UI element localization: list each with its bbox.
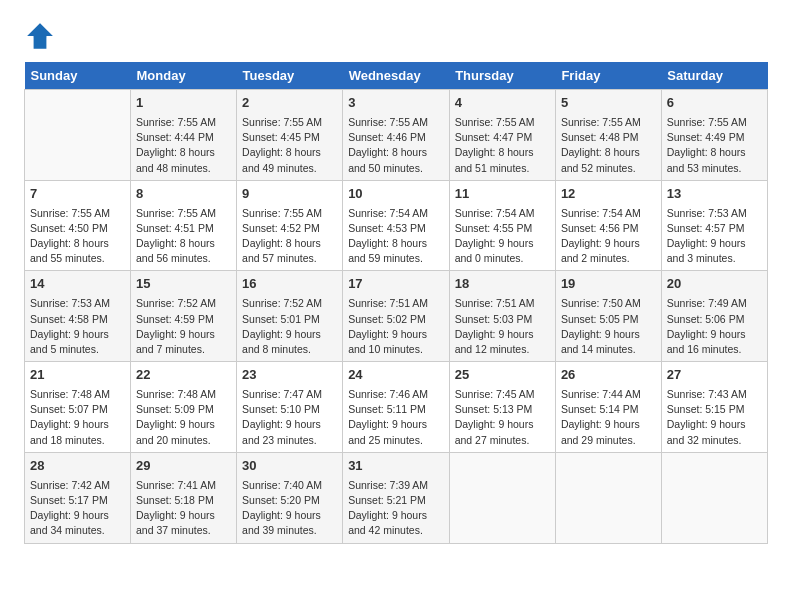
day-header-tuesday: Tuesday	[237, 62, 343, 90]
day-number: 1	[136, 94, 231, 113]
day-number: 23	[242, 366, 337, 385]
day-info: Sunrise: 7:50 AM Sunset: 5:05 PM Dayligh…	[561, 296, 656, 357]
day-number: 13	[667, 185, 762, 204]
day-number: 29	[136, 457, 231, 476]
day-info: Sunrise: 7:55 AM Sunset: 4:48 PM Dayligh…	[561, 115, 656, 176]
day-number: 15	[136, 275, 231, 294]
day-number: 4	[455, 94, 550, 113]
day-number: 6	[667, 94, 762, 113]
day-number: 7	[30, 185, 125, 204]
calendar-cell: 23Sunrise: 7:47 AM Sunset: 5:10 PM Dayli…	[237, 362, 343, 453]
header-row: SundayMondayTuesdayWednesdayThursdayFrid…	[25, 62, 768, 90]
day-number: 17	[348, 275, 444, 294]
day-header-sunday: Sunday	[25, 62, 131, 90]
calendar-cell: 12Sunrise: 7:54 AM Sunset: 4:56 PM Dayli…	[555, 180, 661, 271]
day-info: Sunrise: 7:55 AM Sunset: 4:52 PM Dayligh…	[242, 206, 337, 267]
calendar-cell: 9Sunrise: 7:55 AM Sunset: 4:52 PM Daylig…	[237, 180, 343, 271]
day-number: 28	[30, 457, 125, 476]
calendar-table: SundayMondayTuesdayWednesdayThursdayFrid…	[24, 62, 768, 544]
day-info: Sunrise: 7:48 AM Sunset: 5:09 PM Dayligh…	[136, 387, 231, 448]
day-number: 5	[561, 94, 656, 113]
week-row-4: 21Sunrise: 7:48 AM Sunset: 5:07 PM Dayli…	[25, 362, 768, 453]
calendar-cell: 6Sunrise: 7:55 AM Sunset: 4:49 PM Daylig…	[661, 90, 767, 181]
day-info: Sunrise: 7:55 AM Sunset: 4:47 PM Dayligh…	[455, 115, 550, 176]
day-info: Sunrise: 7:52 AM Sunset: 5:01 PM Dayligh…	[242, 296, 337, 357]
day-number: 27	[667, 366, 762, 385]
calendar-cell: 20Sunrise: 7:49 AM Sunset: 5:06 PM Dayli…	[661, 271, 767, 362]
calendar-cell: 28Sunrise: 7:42 AM Sunset: 5:17 PM Dayli…	[25, 452, 131, 543]
day-number: 20	[667, 275, 762, 294]
day-info: Sunrise: 7:49 AM Sunset: 5:06 PM Dayligh…	[667, 296, 762, 357]
calendar-cell: 30Sunrise: 7:40 AM Sunset: 5:20 PM Dayli…	[237, 452, 343, 543]
day-info: Sunrise: 7:51 AM Sunset: 5:02 PM Dayligh…	[348, 296, 444, 357]
day-info: Sunrise: 7:39 AM Sunset: 5:21 PM Dayligh…	[348, 478, 444, 539]
day-info: Sunrise: 7:55 AM Sunset: 4:44 PM Dayligh…	[136, 115, 231, 176]
calendar-cell	[661, 452, 767, 543]
day-info: Sunrise: 7:52 AM Sunset: 4:59 PM Dayligh…	[136, 296, 231, 357]
day-info: Sunrise: 7:55 AM Sunset: 4:46 PM Dayligh…	[348, 115, 444, 176]
day-info: Sunrise: 7:55 AM Sunset: 4:45 PM Dayligh…	[242, 115, 337, 176]
page-header	[24, 20, 768, 52]
day-number: 26	[561, 366, 656, 385]
day-info: Sunrise: 7:43 AM Sunset: 5:15 PM Dayligh…	[667, 387, 762, 448]
day-number: 22	[136, 366, 231, 385]
day-info: Sunrise: 7:54 AM Sunset: 4:53 PM Dayligh…	[348, 206, 444, 267]
day-number: 21	[30, 366, 125, 385]
calendar-cell: 25Sunrise: 7:45 AM Sunset: 5:13 PM Dayli…	[449, 362, 555, 453]
day-info: Sunrise: 7:55 AM Sunset: 4:51 PM Dayligh…	[136, 206, 231, 267]
day-info: Sunrise: 7:55 AM Sunset: 4:50 PM Dayligh…	[30, 206, 125, 267]
calendar-cell: 16Sunrise: 7:52 AM Sunset: 5:01 PM Dayli…	[237, 271, 343, 362]
calendar-cell: 13Sunrise: 7:53 AM Sunset: 4:57 PM Dayli…	[661, 180, 767, 271]
calendar-cell: 18Sunrise: 7:51 AM Sunset: 5:03 PM Dayli…	[449, 271, 555, 362]
calendar-cell: 26Sunrise: 7:44 AM Sunset: 5:14 PM Dayli…	[555, 362, 661, 453]
calendar-cell: 3Sunrise: 7:55 AM Sunset: 4:46 PM Daylig…	[343, 90, 450, 181]
calendar-cell: 15Sunrise: 7:52 AM Sunset: 4:59 PM Dayli…	[131, 271, 237, 362]
day-header-wednesday: Wednesday	[343, 62, 450, 90]
day-number: 30	[242, 457, 337, 476]
calendar-cell: 11Sunrise: 7:54 AM Sunset: 4:55 PM Dayli…	[449, 180, 555, 271]
calendar-cell: 19Sunrise: 7:50 AM Sunset: 5:05 PM Dayli…	[555, 271, 661, 362]
day-info: Sunrise: 7:45 AM Sunset: 5:13 PM Dayligh…	[455, 387, 550, 448]
day-header-friday: Friday	[555, 62, 661, 90]
calendar-cell: 31Sunrise: 7:39 AM Sunset: 5:21 PM Dayli…	[343, 452, 450, 543]
day-number: 11	[455, 185, 550, 204]
day-info: Sunrise: 7:54 AM Sunset: 4:56 PM Dayligh…	[561, 206, 656, 267]
day-info: Sunrise: 7:44 AM Sunset: 5:14 PM Dayligh…	[561, 387, 656, 448]
day-number: 18	[455, 275, 550, 294]
day-number: 16	[242, 275, 337, 294]
week-row-2: 7Sunrise: 7:55 AM Sunset: 4:50 PM Daylig…	[25, 180, 768, 271]
calendar-cell: 14Sunrise: 7:53 AM Sunset: 4:58 PM Dayli…	[25, 271, 131, 362]
day-number: 25	[455, 366, 550, 385]
logo-icon	[24, 20, 56, 52]
day-info: Sunrise: 7:47 AM Sunset: 5:10 PM Dayligh…	[242, 387, 337, 448]
calendar-cell: 5Sunrise: 7:55 AM Sunset: 4:48 PM Daylig…	[555, 90, 661, 181]
calendar-cell	[449, 452, 555, 543]
day-info: Sunrise: 7:54 AM Sunset: 4:55 PM Dayligh…	[455, 206, 550, 267]
day-info: Sunrise: 7:46 AM Sunset: 5:11 PM Dayligh…	[348, 387, 444, 448]
day-info: Sunrise: 7:42 AM Sunset: 5:17 PM Dayligh…	[30, 478, 125, 539]
calendar-cell: 4Sunrise: 7:55 AM Sunset: 4:47 PM Daylig…	[449, 90, 555, 181]
week-row-3: 14Sunrise: 7:53 AM Sunset: 4:58 PM Dayli…	[25, 271, 768, 362]
day-number: 24	[348, 366, 444, 385]
logo	[24, 20, 62, 52]
day-info: Sunrise: 7:53 AM Sunset: 4:58 PM Dayligh…	[30, 296, 125, 357]
day-info: Sunrise: 7:41 AM Sunset: 5:18 PM Dayligh…	[136, 478, 231, 539]
calendar-cell: 10Sunrise: 7:54 AM Sunset: 4:53 PM Dayli…	[343, 180, 450, 271]
day-header-saturday: Saturday	[661, 62, 767, 90]
day-number: 31	[348, 457, 444, 476]
day-number: 12	[561, 185, 656, 204]
day-header-thursday: Thursday	[449, 62, 555, 90]
calendar-cell: 21Sunrise: 7:48 AM Sunset: 5:07 PM Dayli…	[25, 362, 131, 453]
calendar-cell: 17Sunrise: 7:51 AM Sunset: 5:02 PM Dayli…	[343, 271, 450, 362]
day-number: 19	[561, 275, 656, 294]
day-number: 10	[348, 185, 444, 204]
day-info: Sunrise: 7:48 AM Sunset: 5:07 PM Dayligh…	[30, 387, 125, 448]
week-row-1: 1Sunrise: 7:55 AM Sunset: 4:44 PM Daylig…	[25, 90, 768, 181]
calendar-cell: 22Sunrise: 7:48 AM Sunset: 5:09 PM Dayli…	[131, 362, 237, 453]
calendar-cell: 7Sunrise: 7:55 AM Sunset: 4:50 PM Daylig…	[25, 180, 131, 271]
calendar-cell: 27Sunrise: 7:43 AM Sunset: 5:15 PM Dayli…	[661, 362, 767, 453]
calendar-cell: 2Sunrise: 7:55 AM Sunset: 4:45 PM Daylig…	[237, 90, 343, 181]
day-number: 2	[242, 94, 337, 113]
day-number: 8	[136, 185, 231, 204]
day-number: 9	[242, 185, 337, 204]
